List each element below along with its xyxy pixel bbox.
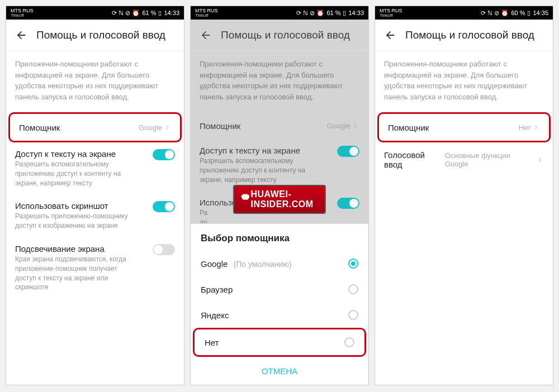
option-none[interactable]: Нет	[195, 329, 364, 355]
row-text-access-title: Доступ к тексту на экране	[200, 146, 337, 155]
toggle-screenshot[interactable]	[153, 201, 175, 212]
option-none-label: Нет	[205, 338, 219, 347]
carrier-2: Tinkoff	[11, 13, 34, 18]
toggle-highlight[interactable]	[153, 244, 175, 255]
chevron-right-icon	[352, 122, 359, 130]
option-yandex[interactable]: Яндекс	[191, 302, 368, 328]
app-header: Помощь и голосовой ввод	[375, 20, 553, 51]
row-assistant-title: Помощник	[19, 123, 60, 132]
row-screenshot[interactable]: Использовать скриншот Разрешить приложен…	[6, 194, 184, 237]
watermark-text: HUAWEI-INSIDER.COM	[250, 189, 317, 209]
battery-icon: ▯	[343, 9, 346, 17]
phone-screen-1: MTS RUS Tinkoff ⟳ ℕ ⊘ ⏰ 61 % ▯ 14:33 Пом…	[6, 6, 184, 385]
highlight-assistant: Помощник Нет	[377, 112, 551, 142]
row-highlight[interactable]: Подсвечивание экрана Края экрана подсвеч…	[6, 237, 184, 299]
row-text-access[interactable]: Доступ к тексту на экране Разрешить вспо…	[191, 139, 368, 191]
row-voice-input[interactable]: Голосовой ввод Основные функции Google	[375, 142, 553, 177]
page-description: Приложения-помощники работают с информац…	[6, 51, 184, 112]
chevron-right-icon	[536, 156, 544, 164]
highlight-none-option: Нет	[193, 328, 366, 357]
dialog-cancel-button[interactable]: ОТМЕНА	[191, 357, 368, 385]
row-highlight-title: Подсвечивание экрана	[15, 244, 153, 254]
clock: 14:35	[533, 9, 548, 16]
row-assistant-title: Помощник	[200, 121, 240, 131]
carrier-2: Tinkoff	[380, 13, 402, 18]
option-browser[interactable]: Браузер	[191, 276, 368, 302]
chevron-right-icon	[163, 123, 171, 131]
option-google-label: Google	[201, 259, 228, 269]
page-title: Помощь и голосовой ввод	[36, 29, 165, 41]
row-assistant-title: Помощник	[388, 123, 429, 132]
page-title: Помощь и голосовой ввод	[405, 29, 534, 41]
app-header: Помощь и голосовой ввод	[6, 20, 184, 51]
row-screenshot-sub: Разрешить приложению-помощнику доступ к …	[15, 212, 138, 231]
toggle-screenshot[interactable]	[337, 198, 359, 209]
status-bar: MTS RUS Tinkoff ⟳ ℕ ⊘ ⏰ 61 % ▯ 14:33	[191, 6, 368, 20]
row-assistant[interactable]: Помощник Нет	[379, 114, 549, 141]
radio-google[interactable]	[348, 259, 358, 269]
toggle-text-access[interactable]	[337, 146, 359, 157]
dialog-title: Выбор помощника	[191, 224, 368, 251]
status-icons: ⟳ ℕ ⊘ ⏰	[296, 9, 324, 17]
row-text-access-title: Доступ к тексту на экране	[15, 149, 153, 159]
radio-browser[interactable]	[348, 284, 358, 294]
back-icon[interactable]	[15, 29, 27, 41]
assistant-picker-dialog: Выбор помощника Google (По умолчанию) Бр…	[191, 223, 368, 385]
option-browser-label: Браузер	[201, 285, 233, 294]
watermark-badge: HUAWEI-INSIDER.COM	[233, 185, 326, 214]
page-description: Приложения-помощники работают с информац…	[375, 51, 553, 112]
row-assistant[interactable]: Помощник Google	[10, 114, 180, 141]
chevron-right-icon	[532, 123, 540, 131]
battery-icon: ▯	[158, 9, 162, 17]
row-text-access-sub: Разрешить вспомогательному приложению до…	[200, 156, 323, 184]
back-icon[interactable]	[384, 29, 396, 41]
page-title: Помощь и голосовой ввод	[221, 29, 350, 41]
row-assistant[interactable]: Помощник Google	[191, 112, 368, 139]
option-google[interactable]: Google (По умолчанию)	[191, 251, 368, 276]
clock: 14:33	[164, 9, 179, 16]
phone-screen-2: MTS RUS Tinkoff ⟳ ℕ ⊘ ⏰ 61 % ▯ 14:33 Пом…	[190, 6, 369, 385]
app-header: Помощь и голосовой ввод	[191, 20, 368, 51]
row-assistant-value: Нет	[519, 123, 531, 132]
status-icons: ⟳ ℕ ⊘ ⏰	[112, 9, 140, 17]
row-voice-input-title: Голосовой ввод	[384, 150, 445, 169]
option-default-tag: (По умолчанию)	[234, 260, 292, 269]
status-bar: MTS RUS Tinkoff ⟳ ℕ ⊘ ⏰ 61 % ▯ 14:33	[6, 6, 184, 20]
carrier-2: Tinkoff	[195, 13, 218, 18]
row-assistant-value: Google	[327, 122, 350, 130]
status-bar: MTS RUS Tinkoff ⟳ ℕ ⊘ ⏰ 60 % ▯ 14:35	[375, 6, 553, 20]
clock: 14:33	[348, 9, 364, 16]
page-description: Приложения-помощники работают с информац…	[191, 51, 368, 112]
row-text-access[interactable]: Доступ к тексту на экране Разрешить вспо…	[6, 142, 184, 194]
highlight-assistant: Помощник Google	[8, 112, 182, 142]
back-icon[interactable]	[200, 29, 212, 41]
row-screenshot-title: Использовать скриншот	[15, 201, 153, 211]
radio-none[interactable]	[344, 337, 354, 347]
toggle-text-access[interactable]	[153, 149, 175, 160]
battery-text: 61 %	[326, 9, 340, 16]
row-voice-input-value: Основные функции Google	[445, 151, 535, 168]
row-text-access-sub: Разрешить вспомогательному приложению до…	[15, 160, 138, 188]
radio-yandex[interactable]	[348, 310, 358, 320]
option-yandex-label: Яндекс	[201, 310, 229, 320]
battery-text: 61 %	[142, 9, 156, 16]
row-assistant-value: Google	[139, 123, 162, 132]
phone-screen-3: MTS RUS Tinkoff ⟳ ℕ ⊘ ⏰ 60 % ▯ 14:35 Пом…	[375, 6, 553, 385]
status-icons: ⟳ ℕ ⊘ ⏰	[481, 9, 509, 17]
row-highlight-sub: Края экрана подсвечиваются, когда прилож…	[15, 255, 138, 292]
battery-icon: ▯	[527, 9, 530, 17]
battery-text: 60 %	[511, 9, 525, 16]
huawei-logo-icon	[242, 194, 249, 204]
